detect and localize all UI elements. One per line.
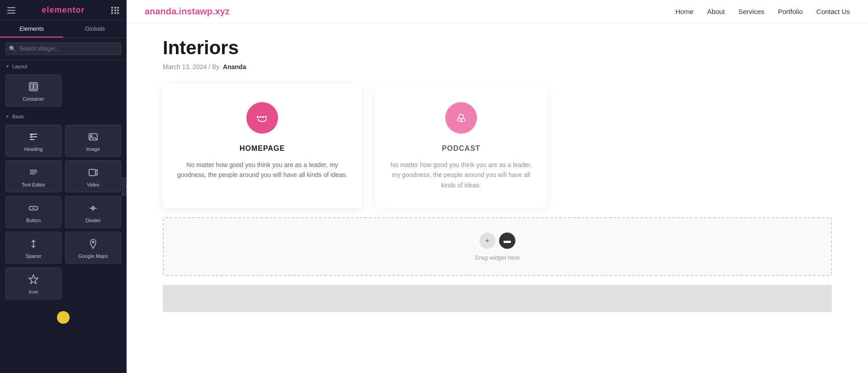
template-button[interactable]: ▬ <box>499 233 515 249</box>
widget-search-area: 🔍 <box>0 38 127 60</box>
drop-zone-label: Drag widget here <box>475 254 520 261</box>
widget-container[interactable]: Container <box>5 75 61 107</box>
google-maps-icon <box>88 238 99 251</box>
svg-rect-16 <box>259 116 261 118</box>
svg-point-19 <box>459 114 463 119</box>
video-icon <box>88 167 99 179</box>
widget-video-label: Video <box>87 182 99 187</box>
main-content: ananda.instawp.xyz Home About Services P… <box>127 0 868 373</box>
widget-text-editor[interactable]: Text Editor <box>5 160 61 192</box>
widget-spacer[interactable]: Spacer <box>5 232 61 264</box>
widget-image-label: Image <box>86 146 100 152</box>
sidebar-tabs: Elements Globals <box>0 21 127 38</box>
homepage-card-title: HOMEPAGE <box>176 145 348 153</box>
container-icon <box>28 81 39 93</box>
svg-rect-17 <box>262 116 264 118</box>
widget-icon-label: Icon <box>29 289 38 294</box>
top-navigation: ananda.instawp.xyz Home About Services P… <box>127 0 868 23</box>
widget-heading-label: Heading <box>24 146 43 152</box>
search-input[interactable] <box>5 42 121 55</box>
drop-zone-buttons: + ▬ <box>479 233 515 249</box>
nav-portfolio[interactable]: Portfolio <box>778 8 803 15</box>
tab-elements[interactable]: Elements <box>0 21 63 37</box>
svg-rect-1 <box>31 84 33 89</box>
heading-icon: T <box>28 131 39 144</box>
homepage-card-text: No matter how good you think you are as … <box>176 160 348 180</box>
grid-icon[interactable] <box>111 7 119 14</box>
page-body: Interiors March 13, 2024 / By Ananda <box>127 23 868 373</box>
hamburger-menu[interactable] <box>7 7 15 14</box>
sidebar-header: elementor <box>0 0 127 21</box>
layout-arrow-icon: ▼ <box>5 64 9 69</box>
search-icon: 🔍 <box>9 46 16 52</box>
text-editor-icon <box>28 167 39 179</box>
layout-section-toggle[interactable]: ▼ Layout <box>5 64 121 69</box>
svg-text:T: T <box>30 134 33 139</box>
nav-services[interactable]: Services <box>738 8 764 15</box>
nav-links: Home About Services Portfolio Contact Us <box>675 8 850 16</box>
page-meta: March 13, 2024 / By Ananda <box>163 63 832 70</box>
divider-icon <box>88 203 99 215</box>
svg-marker-14 <box>29 275 38 284</box>
nav-contact[interactable]: Contact Us <box>816 8 850 15</box>
tab-globals[interactable]: Globals <box>63 21 127 37</box>
sidebar: elementor Elements Globals 🔍 ▼ Layout <box>0 0 127 373</box>
widget-google-maps[interactable]: Google Maps <box>65 232 121 264</box>
spacer-icon <box>28 238 39 251</box>
elementor-logo: elementor <box>42 5 85 15</box>
page-title: Interiors <box>163 37 832 59</box>
nav-home[interactable]: Home <box>675 8 693 15</box>
button-icon <box>28 203 39 215</box>
podcast-card-text: No matter how good you think you are as … <box>389 160 533 190</box>
yellow-dot-indicator <box>57 311 70 324</box>
image-icon <box>88 131 99 144</box>
drop-zone[interactable]: + ▬ Drag widget here <box>163 217 832 276</box>
widget-heading[interactable]: T Heading <box>5 125 61 157</box>
nav-about[interactable]: About <box>707 8 725 15</box>
basic-section-header: ▼ Basic <box>0 110 127 125</box>
layout-widget-grid: Container <box>0 75 127 110</box>
widget-text-editor-label: Text Editor <box>22 182 45 187</box>
widget-google-maps-label: Google Maps <box>78 253 108 259</box>
svg-rect-9 <box>89 169 95 176</box>
basic-section-toggle[interactable]: ▼ Basic <box>5 114 121 119</box>
widget-divider[interactable]: Divider <box>65 196 121 228</box>
podcast-card-title: PODCAST <box>389 145 533 153</box>
homepage-card-icon <box>246 102 278 134</box>
page-date: March 13, 2024 / By <box>163 63 219 70</box>
layout-section-title: Layout <box>12 64 27 69</box>
add-widget-button[interactable]: + <box>479 233 495 249</box>
layout-section-header: ▼ Layout <box>0 60 127 75</box>
bottom-bar <box>163 285 832 312</box>
svg-rect-18 <box>265 116 267 118</box>
page-author: Ananda <box>223 63 246 70</box>
widget-container-label: Container <box>23 96 44 102</box>
svg-point-13 <box>92 241 94 243</box>
widget-button[interactable]: Button <box>5 196 61 228</box>
svg-rect-15 <box>257 116 259 118</box>
svg-rect-2 <box>34 84 36 89</box>
basic-arrow-icon: ▼ <box>5 114 9 119</box>
podcast-card-icon <box>445 102 477 134</box>
widget-icon[interactable]: Icon <box>5 267 61 299</box>
widget-spacer-label: Spacer <box>26 253 42 259</box>
widget-image[interactable]: Image <box>65 125 121 157</box>
site-logo[interactable]: ananda.instawp.xyz <box>145 6 230 17</box>
widget-divider-label: Divider <box>85 218 101 223</box>
widget-button-label: Button <box>26 218 41 223</box>
service-card-homepage: HOMEPAGE No matter how good you think yo… <box>163 84 362 208</box>
service-cards-area: HOMEPAGE No matter how good you think yo… <box>163 84 832 208</box>
sidebar-collapse-handle[interactable]: ‹ <box>122 177 127 196</box>
service-card-podcast: PODCAST No matter how good you think you… <box>375 84 547 208</box>
basic-widget-grid: T Heading Image <box>0 125 127 303</box>
widget-video[interactable]: Video <box>65 160 121 192</box>
icon-widget-icon <box>28 274 39 286</box>
basic-section-title: Basic <box>12 114 24 119</box>
